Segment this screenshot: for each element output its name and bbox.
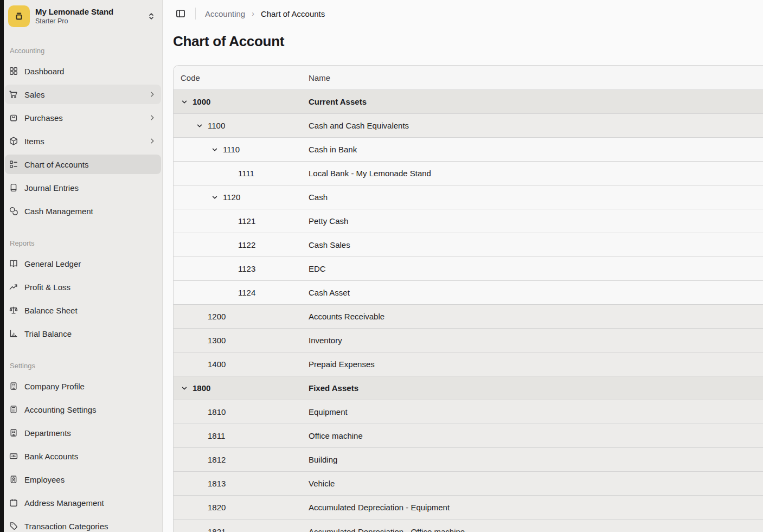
workspace-logo: [8, 5, 30, 27]
section-label-reports: Reports: [5, 239, 161, 247]
sidebar-item-label: Departments: [24, 428, 156, 438]
table-row-1124[interactable]: 1124Cash Asset: [174, 281, 763, 305]
account-code: 1820: [208, 503, 226, 512]
table-row-1000[interactable]: 1000Current Assets: [174, 90, 763, 114]
table-row-1123[interactable]: 1123EDC: [174, 257, 763, 281]
account-name: Building: [309, 455, 763, 464]
table-row-1810[interactable]: 1810Equipment: [174, 400, 763, 424]
chevron-down-icon[interactable]: [181, 384, 193, 392]
sidebar-item-sales[interactable]: Sales: [5, 85, 161, 104]
sidebar-item-cash-management[interactable]: Cash Management: [5, 201, 161, 221]
sidebar-item-label: Balance Sheet: [24, 306, 156, 315]
account-code: 1120: [223, 193, 240, 202]
sidebar-item-transaction-categories[interactable]: Transaction Categories: [5, 516, 161, 532]
window-left-edge: [0, 0, 4, 532]
sidebar-item-label: Employees: [24, 475, 156, 484]
table-row-1200[interactable]: 1200Accounts Receivable: [174, 305, 763, 329]
chevron-up-down-icon[interactable]: [147, 12, 156, 21]
sidebar-item-employees[interactable]: Employees: [5, 470, 161, 489]
account-code: 1100: [208, 121, 225, 130]
account-name: Cash: [309, 193, 763, 202]
sidebar-item-label: Sales: [24, 90, 149, 99]
sidebar-item-general-ledger[interactable]: General Ledger: [5, 254, 161, 273]
sidebar-item-journal-entries[interactable]: Journal Entries: [5, 178, 161, 197]
sidebar-item-label: Dashboard: [24, 67, 156, 76]
table-row-1821[interactable]: 1821Accumulated Depreciation - Office ma…: [174, 520, 763, 532]
sidebar-item-purchases[interactable]: Purchases: [5, 108, 161, 127]
sidebar-item-trial-balance[interactable]: Trial Balance: [5, 324, 161, 343]
id-badge-icon: [9, 475, 18, 484]
table-row-1300[interactable]: 1300Inventory: [174, 329, 763, 352]
table-row-1400[interactable]: 1400Prepaid Expenses: [174, 352, 763, 376]
chevron-down-icon[interactable]: [211, 146, 223, 153]
section-label-accounting: Accounting: [5, 47, 161, 55]
account-name: Vehicle: [309, 479, 763, 488]
sidebar-nav: AccountingDashboardSalesPurchasesItemsCh…: [5, 47, 161, 532]
credit-card-icon: [9, 451, 18, 461]
sidebar-item-label: Company Profile: [24, 382, 156, 391]
chevron-right-icon: [149, 91, 156, 98]
sidebar-item-accounting-settings[interactable]: Accounting Settings: [5, 400, 161, 419]
account-name: Local Bank - My Lemonade Stand: [309, 169, 763, 178]
workspace-name: My Lemonade Stand: [35, 7, 142, 16]
sidebar-item-chart-of-accounts[interactable]: Chart of Accounts: [5, 155, 161, 174]
calculator-icon: [9, 405, 18, 414]
chevron-down-icon[interactable]: [211, 194, 223, 201]
sidebar-item-label: Transaction Categories: [24, 522, 156, 531]
workspace-switcher[interactable]: My Lemonade Stand Starter Pro: [5, 0, 161, 28]
sidebar-item-label: Address Management: [24, 498, 156, 508]
table-row-1122[interactable]: 1122Cash Sales: [174, 233, 763, 257]
account-name: Cash and Cash Equivalents: [309, 121, 763, 130]
sidebar-item-label: General Ledger: [24, 259, 156, 268]
table-row-1110[interactable]: 1110Cash in Bank: [174, 138, 763, 162]
account-code: 1300: [208, 336, 226, 345]
table-row-1800[interactable]: 1800Fixed Assets: [174, 376, 763, 400]
trending-up-icon: [9, 282, 18, 292]
sidebar-toggle-icon[interactable]: [175, 8, 186, 19]
building-icon: [9, 428, 18, 438]
breadcrumb-parent[interactable]: Accounting: [205, 9, 245, 18]
table-row-1100[interactable]: 1100Cash and Cash Equivalents: [174, 114, 763, 138]
account-code: 1121: [238, 216, 255, 226]
sidebar-item-company-profile[interactable]: Company Profile: [5, 376, 161, 396]
sidebar-item-address-management[interactable]: Address Management: [5, 493, 161, 512]
account-code: 1110: [223, 145, 240, 154]
account-name: Cash Sales: [309, 240, 763, 249]
table-header: Code Name: [174, 66, 763, 90]
shopping-bag-icon: [9, 113, 18, 123]
bar-chart-icon: [9, 329, 18, 338]
sidebar-item-label: Trial Balance: [24, 329, 156, 338]
section-label-settings: Settings: [5, 362, 161, 370]
table-row-1811[interactable]: 1811Office machine: [174, 424, 763, 448]
account-name: EDC: [309, 264, 763, 273]
sidebar-item-balance-sheet[interactable]: Balance Sheet: [5, 300, 161, 320]
table-row-1812[interactable]: 1812Building: [174, 448, 763, 472]
account-code: 1810: [208, 407, 226, 416]
building-icon: [9, 381, 18, 391]
sidebar-item-items[interactable]: Items: [5, 131, 161, 151]
coins-icon: [9, 206, 18, 216]
account-code: 1400: [208, 360, 226, 369]
sidebar-item-departments[interactable]: Departments: [5, 423, 161, 443]
chevron-down-icon[interactable]: [196, 122, 208, 130]
table-row-1120[interactable]: 1120Cash: [174, 185, 763, 209]
main-content: Accounting › Chart of Accounts Chart of …: [163, 0, 763, 532]
table-row-1813[interactable]: 1813Vehicle: [174, 472, 763, 496]
breadcrumb-current: Chart of Accounts: [261, 9, 325, 18]
sidebar-item-dashboard[interactable]: Dashboard: [5, 61, 161, 81]
accounts-table: Code Name 1000Current Assets1100Cash and…: [173, 65, 763, 532]
chevron-down-icon[interactable]: [181, 98, 193, 106]
breadcrumb: Accounting › Chart of Accounts: [163, 0, 763, 20]
table-row-1111[interactable]: 1111Local Bank - My Lemonade Stand: [174, 162, 763, 185]
account-name: Office machine: [309, 431, 763, 440]
sidebar-item-bank-accounts[interactable]: Bank Accounts: [5, 446, 161, 466]
account-code: 1111: [238, 169, 254, 178]
column-header-name: Name: [309, 73, 763, 82]
account-code: 1122: [238, 240, 255, 249]
sidebar-item-profit-and-loss[interactable]: Profit & Loss: [5, 277, 161, 297]
account-name: Cash in Bank: [309, 145, 763, 154]
table-row-1121[interactable]: 1121Petty Cash: [174, 209, 763, 233]
table-row-1820[interactable]: 1820Accumulated Depreciation - Equipment: [174, 496, 763, 520]
account-name: Current Assets: [309, 97, 763, 106]
accounts-table-body: 1000Current Assets1100Cash and Cash Equi…: [174, 90, 763, 532]
